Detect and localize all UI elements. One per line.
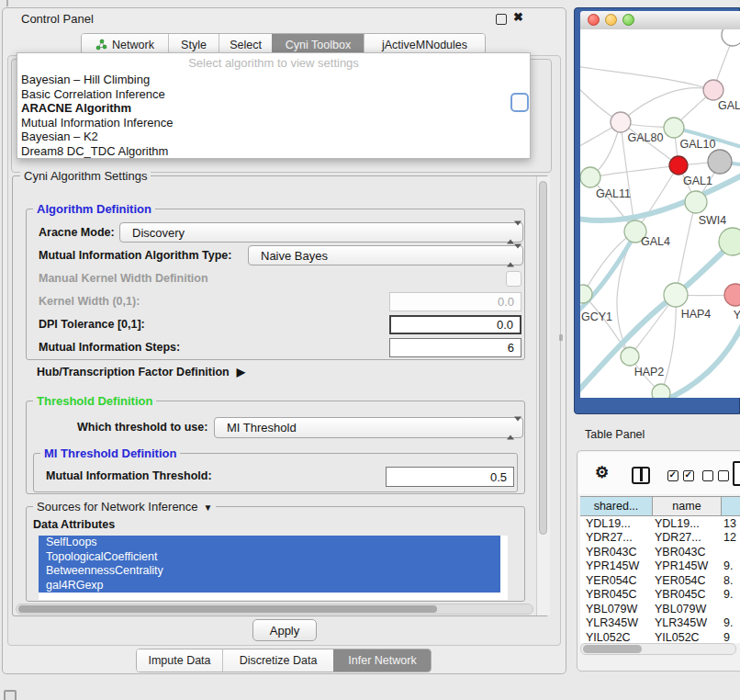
dpi-tolerance-label: DPI Tolerance [0,1]:: [39, 318, 145, 331]
attribute-selfloops[interactable]: SelfLoops: [39, 536, 500, 550]
hub-section-label: Hub/Transcription Factor Definition: [37, 366, 230, 378]
mi-threshold-field[interactable]: 0.5: [386, 467, 514, 487]
node-label-gal11: GAL11: [596, 187, 631, 200]
table-row[interactable]: YBR043CYBR043C: [580, 545, 740, 559]
table-cell: YDL19...: [580, 517, 653, 530]
algorithm-option-bayesian-k2[interactable]: Bayesian – K2: [17, 130, 530, 144]
network-node-gal1[interactable]: [669, 156, 688, 175]
network-node-gal10[interactable]: [664, 118, 684, 138]
table-row[interactable]: YBR045CYBR045C9.: [580, 588, 740, 603]
zoom-traffic-light[interactable]: [622, 14, 634, 26]
table-cell: 9: [722, 631, 740, 643]
tab-label: Network: [112, 39, 154, 51]
network-node-hap2[interactable]: [621, 347, 639, 366]
manual-kernel-checkbox[interactable]: [506, 271, 521, 287]
table-cell: 8.: [722, 574, 740, 587]
mi-threshold-group-title: MI Threshold Definition: [40, 446, 180, 460]
network-node-y[interactable]: [724, 284, 740, 306]
mi-type-select[interactable]: Naive Bayes: [248, 245, 523, 265]
apply-button[interactable]: Apply: [252, 619, 317, 641]
sources-title-toggle[interactable]: Sources for Network Inference▼: [33, 500, 216, 514]
table-row[interactable]: YBL079WYBL079W: [580, 602, 740, 616]
algorithm-option-aracne-algorithm[interactable]: ARACNE Algorithm: [17, 101, 530, 116]
table-cell: YBL079W: [580, 603, 653, 615]
column-header-partial[interactable]: [722, 497, 740, 515]
node-label-swi4: SWI4: [699, 214, 727, 227]
network-node-gal11[interactable]: [580, 167, 600, 187]
scrollbar-thumb[interactable]: [539, 181, 547, 535]
algorithm-option-bayesian-hill-climbing[interactable]: Bayesian – Hill Climbing: [17, 73, 530, 87]
table-cell: 9.: [722, 616, 740, 629]
document-icon[interactable]: [733, 461, 740, 486]
algorithm-option-basic-correlation-inference[interactable]: Basic Correlation Inference: [17, 87, 530, 102]
close-traffic-light[interactable]: [588, 14, 600, 26]
scrollbar-thumb[interactable]: [583, 645, 642, 653]
table-row[interactable]: YPR145WYPR145W9.: [580, 559, 740, 574]
network-canvas[interactable]: GAL7GAL80GAL10GAL1GAL11SWI4GAL4GCY1HAP4Y…: [580, 29, 740, 398]
table-cell: YLR345W: [653, 616, 722, 629]
aracne-mode-select[interactable]: Discovery: [119, 222, 523, 243]
network-node[interactable]: [652, 384, 670, 398]
settings-horizontal-scrollbar[interactable]: [16, 604, 533, 615]
node-label-hap4: HAP4: [681, 308, 712, 321]
network-node-gal80[interactable]: [611, 112, 631, 132]
table-row[interactable]: YIL052CYIL052C9: [580, 630, 740, 643]
hub-section-toggle[interactable]: Hub/Transcription Factor Definition▶: [37, 366, 245, 378]
network-node[interactable]: [722, 29, 740, 46]
table-row[interactable]: YLR345WYLR345W9.: [580, 616, 740, 631]
tab-impute-data[interactable]: Impute Data: [137, 649, 222, 672]
threshold-title: Threshold Definition: [33, 394, 156, 408]
algorithm-option-mutual-information-inference[interactable]: Mutual Information Inference: [17, 116, 530, 130]
table-row[interactable]: YDL19...YDL19...13: [580, 516, 740, 531]
tab-discretize-data[interactable]: Discretize Data: [222, 649, 333, 672]
dpi-tolerance-field[interactable]: 0.0: [389, 315, 521, 334]
gear-icon[interactable]: ⚙: [595, 463, 609, 482]
table-horizontal-scrollbar[interactable]: [580, 643, 736, 655]
network-node[interactable]: [719, 228, 740, 255]
table-row[interactable]: YDR27...YDR27...12: [580, 531, 740, 546]
network-node-gal7[interactable]: [703, 80, 723, 100]
node-label-gal10: GAL10: [680, 138, 716, 151]
table-cell: YDR27...: [580, 531, 653, 544]
network-node-swi4[interactable]: [685, 191, 707, 213]
close-icon[interactable]: ✖: [513, 10, 523, 24]
column-header-shared-name[interactable]: shared...: [580, 497, 653, 515]
settings-vertical-scrollbar[interactable]: [536, 176, 550, 615]
tab-label: Select: [230, 39, 262, 51]
table-row[interactable]: YER054CYER054C8.: [580, 573, 740, 588]
algorithm-option-dream8-dc-tdc-algorithm[interactable]: Dream8 DC_TDC Algorithm: [17, 144, 530, 159]
tab-label: Style: [181, 39, 207, 51]
network-node[interactable]: [708, 150, 732, 174]
tab-label: Cyni Toolbox: [286, 39, 351, 51]
checked-box-icon: [667, 470, 678, 481]
deselect-all-columns-icon[interactable]: [702, 470, 729, 481]
table-cell: 12: [722, 531, 740, 544]
attribute-betweennesscentrality[interactable]: BetweennessCentrality: [39, 564, 500, 579]
table-cell: YBR045C: [653, 588, 722, 601]
algorithm-definition-title: Algorithm Definition: [33, 202, 155, 216]
network-window-titlebar[interactable]: [580, 11, 740, 30]
column-header-name[interactable]: name: [653, 497, 722, 515]
table-cell: YIL052C: [580, 631, 653, 643]
collapsed-panel-icon[interactable]: [4, 690, 17, 700]
kernel-width-label: Kernel Width (0,1):: [39, 295, 140, 308]
table-cell: 9.: [722, 559, 740, 572]
aracne-mode-value: Discovery: [132, 226, 185, 240]
table-cell: YLR345W: [580, 616, 653, 629]
table-cell: 13: [722, 517, 740, 530]
network-node-hap4[interactable]: [664, 283, 688, 307]
minimize-traffic-light[interactable]: [605, 14, 617, 26]
split-view-icon[interactable]: [632, 467, 650, 484]
table-header-row: shared... name: [580, 496, 740, 516]
collapse-arrow-icon: ▼: [204, 502, 213, 513]
attribute-topologicalcoefficient[interactable]: TopologicalCoefficient: [39, 550, 500, 565]
kernel-width-field[interactable]: 0.0: [389, 292, 521, 311]
attribute-gal4rgexp[interactable]: gal4RGexp: [39, 579, 500, 593]
mi-steps-field[interactable]: 6: [389, 338, 521, 357]
bottom-tabs: Impute DataDiscretize DataInfer Network: [136, 649, 432, 672]
scrollbar-thumb[interactable]: [18, 605, 437, 613]
select-all-columns-icon[interactable]: [667, 470, 694, 481]
which-threshold-select[interactable]: MI Threshold: [214, 417, 523, 438]
tab-infer-network[interactable]: Infer Network: [333, 649, 431, 672]
float-window-icon[interactable]: [496, 14, 507, 25]
